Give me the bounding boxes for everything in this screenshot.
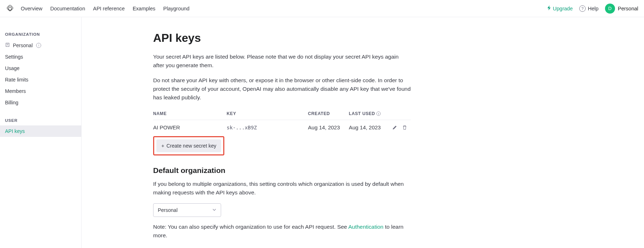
col-last-used: LAST USED i bbox=[349, 108, 392, 120]
col-key: KEY bbox=[227, 108, 308, 120]
nav-documentation[interactable]: Documentation bbox=[50, 6, 85, 11]
key-last-used: Aug 14, 2023 bbox=[349, 120, 392, 135]
nav-examples[interactable]: Examples bbox=[133, 6, 156, 11]
sidebar-item-api-keys[interactable]: API keys bbox=[0, 125, 81, 137]
sidebar-item-rate-limits[interactable]: Rate limits bbox=[0, 74, 81, 85]
sidebar-section-user: USER bbox=[0, 114, 81, 125]
plus-icon: + bbox=[161, 143, 164, 149]
main-content: API keys Your secret API keys are listed… bbox=[82, 17, 582, 248]
col-created: CREATED bbox=[308, 108, 349, 120]
col-name: NAME bbox=[153, 108, 227, 120]
create-secret-key-button[interactable]: + Create new secret key bbox=[156, 139, 221, 152]
table-row: AI POWER sk-...xB9Z Aug 14, 2023 Aug 14,… bbox=[153, 120, 411, 135]
sidebar-item-billing[interactable]: Billing bbox=[0, 97, 81, 108]
sidebar-item-label: Members bbox=[5, 88, 26, 94]
page-title: API keys bbox=[153, 31, 411, 45]
select-value: Personal bbox=[158, 207, 177, 213]
api-keys-table: NAME KEY CREATED LAST USED i bbox=[153, 108, 411, 135]
sidebar-item-label: Rate limits bbox=[5, 77, 28, 83]
upgrade-label: Upgrade bbox=[553, 6, 573, 11]
authentication-link[interactable]: Authentication bbox=[348, 224, 383, 230]
bolt-icon bbox=[547, 5, 551, 11]
sidebar-item-label: Settings bbox=[5, 54, 23, 60]
info-icon: i bbox=[376, 111, 381, 116]
sidebar-section-organization: ORGANIZATION bbox=[0, 28, 81, 39]
nav-playground[interactable]: Playground bbox=[163, 6, 189, 11]
sidebar-item-usage[interactable]: Usage bbox=[0, 63, 81, 74]
sidebar-item-settings[interactable]: Settings bbox=[0, 51, 81, 63]
nav-api-reference[interactable]: API reference bbox=[93, 6, 125, 11]
sidebar-item-personal[interactable]: Personal i bbox=[0, 39, 81, 51]
help-label: Help bbox=[588, 6, 599, 11]
footer-note: Note: You can also specify which organiz… bbox=[153, 223, 411, 240]
sidebar-item-label: Usage bbox=[5, 65, 19, 71]
nav-links: Overview Documentation API reference Exa… bbox=[21, 6, 190, 11]
edit-icon[interactable] bbox=[392, 125, 397, 130]
create-key-label: Create new secret key bbox=[166, 143, 216, 149]
account-menu[interactable]: D Personal bbox=[605, 4, 638, 14]
building-icon bbox=[5, 42, 10, 48]
nav-overview[interactable]: Overview bbox=[21, 6, 42, 11]
sidebar-item-label: Personal bbox=[13, 43, 33, 48]
account-label: Personal bbox=[618, 6, 638, 11]
key-name: AI POWER bbox=[153, 120, 227, 135]
sidebar: ORGANIZATION Personal i Settings Usage R… bbox=[0, 17, 82, 248]
sidebar-item-label: Billing bbox=[5, 100, 18, 105]
info-icon: i bbox=[36, 43, 41, 48]
sidebar-item-label: API keys bbox=[5, 128, 25, 134]
upgrade-link[interactable]: Upgrade bbox=[547, 5, 573, 11]
help-icon: ? bbox=[579, 5, 586, 12]
key-value: sk-...xB9Z bbox=[227, 120, 308, 135]
default-org-select[interactable]: Personal bbox=[153, 203, 221, 217]
default-org-heading: Default organization bbox=[153, 166, 411, 175]
trash-icon[interactable] bbox=[402, 125, 407, 130]
chevron-down-icon bbox=[212, 207, 216, 213]
key-created: Aug 14, 2023 bbox=[308, 120, 349, 135]
intro-paragraph-1: Your secret API keys are listed below. P… bbox=[153, 53, 411, 70]
top-nav: Overview Documentation API reference Exa… bbox=[0, 0, 644, 17]
intro-paragraph-2: Do not share your API key with others, o… bbox=[153, 76, 411, 102]
openai-logo-icon[interactable] bbox=[6, 4, 14, 13]
avatar: D bbox=[605, 4, 615, 14]
default-org-desc: If you belong to multiple organizations,… bbox=[153, 180, 411, 197]
create-key-highlight: + Create new secret key bbox=[153, 136, 224, 155]
help-link[interactable]: ? Help bbox=[579, 5, 599, 12]
nav-right: Upgrade ? Help D Personal bbox=[547, 4, 638, 14]
sidebar-item-members[interactable]: Members bbox=[0, 85, 81, 97]
note-prefix: Note: You can also specify which organiz… bbox=[153, 224, 348, 230]
col-last-used-label: LAST USED bbox=[349, 111, 375, 116]
